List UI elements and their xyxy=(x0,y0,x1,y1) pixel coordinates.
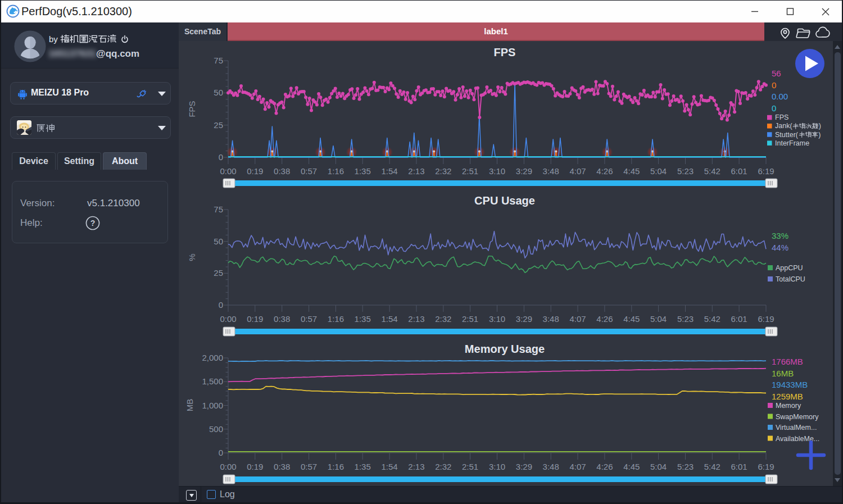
svg-text:): ) xyxy=(818,131,821,139)
svg-text:2:13: 2:13 xyxy=(408,462,424,471)
svg-text:6:19: 6:19 xyxy=(758,314,774,324)
svg-text:MB: MB xyxy=(185,399,194,412)
svg-text:1:35: 1:35 xyxy=(355,166,371,176)
svg-text:3:48: 3:48 xyxy=(543,314,559,324)
svg-text:0: 0 xyxy=(772,103,776,113)
svg-text:2:51: 2:51 xyxy=(462,166,478,176)
svg-text:5:23: 5:23 xyxy=(677,314,694,324)
svg-text:0:19: 0:19 xyxy=(247,166,263,176)
svg-text:Memory Usage: Memory Usage xyxy=(465,343,545,355)
svg-text:25: 25 xyxy=(214,120,223,130)
svg-text:5:04: 5:04 xyxy=(650,166,667,176)
svg-text:6:01: 6:01 xyxy=(731,462,747,471)
svg-text:4:07: 4:07 xyxy=(569,462,586,471)
svg-text:0:19: 0:19 xyxy=(247,462,263,471)
svg-text:2:32: 2:32 xyxy=(435,314,451,324)
svg-text:3:48: 3:48 xyxy=(543,166,559,176)
svg-text:3:10: 3:10 xyxy=(489,314,505,324)
svg-text:500: 500 xyxy=(209,424,223,434)
svg-text:4:26: 4:26 xyxy=(596,166,613,176)
svg-text:5:42: 5:42 xyxy=(704,462,720,471)
svg-text:1:54: 1:54 xyxy=(381,462,397,471)
svg-text:1766MB: 1766MB xyxy=(772,357,803,366)
svg-text:FPS: FPS xyxy=(187,101,197,117)
svg-text:CPU Usage: CPU Usage xyxy=(474,194,535,207)
svg-text:75: 75 xyxy=(214,205,223,214)
svg-text:5:42: 5:42 xyxy=(704,314,720,324)
svg-text:2:32: 2:32 xyxy=(435,462,451,471)
svg-text:50: 50 xyxy=(214,88,223,97)
svg-text:5:23: 5:23 xyxy=(677,462,694,471)
svg-text:): ) xyxy=(819,122,821,130)
svg-text:TotalCPU: TotalCPU xyxy=(776,275,805,283)
svg-text:%: % xyxy=(187,253,197,261)
svg-text:0:38: 0:38 xyxy=(274,462,290,471)
svg-text:4:26: 4:26 xyxy=(596,314,613,324)
svg-text:InterFrame: InterFrame xyxy=(775,139,809,147)
svg-text:3:48: 3:48 xyxy=(543,462,559,471)
svg-text:0:19: 0:19 xyxy=(247,314,263,324)
svg-text:1:35: 1:35 xyxy=(355,462,371,471)
svg-text:3:29: 3:29 xyxy=(516,166,532,176)
svg-text:75: 75 xyxy=(214,56,223,65)
svg-text:3:10: 3:10 xyxy=(489,462,505,471)
svg-text:3:29: 3:29 xyxy=(516,314,532,324)
svg-text:4:07: 4:07 xyxy=(569,166,586,176)
svg-text:0:00: 0:00 xyxy=(220,314,236,324)
svg-text:4:45: 4:45 xyxy=(623,462,640,471)
svg-text:44%: 44% xyxy=(772,243,788,252)
svg-text:4:45: 4:45 xyxy=(623,166,640,176)
svg-text:0:57: 0:57 xyxy=(301,314,317,324)
svg-text:0:38: 0:38 xyxy=(274,314,290,324)
svg-text:33%: 33% xyxy=(772,231,788,240)
svg-text:50: 50 xyxy=(214,237,223,246)
svg-text:2:32: 2:32 xyxy=(435,166,451,176)
svg-text:Stutter(: Stutter( xyxy=(775,131,799,139)
svg-text:5:23: 5:23 xyxy=(677,166,694,176)
svg-text:5:04: 5:04 xyxy=(650,314,667,324)
svg-text:6:01: 6:01 xyxy=(731,314,747,324)
svg-text:3:29: 3:29 xyxy=(516,462,532,471)
svg-text:FPS: FPS xyxy=(494,46,516,58)
svg-text:56: 56 xyxy=(772,69,781,78)
svg-text:2:51: 2:51 xyxy=(462,314,478,324)
svg-text:4:45: 4:45 xyxy=(623,314,640,324)
svg-text:0:00: 0:00 xyxy=(220,166,236,176)
svg-text:3:10: 3:10 xyxy=(489,166,505,176)
svg-text:2:51: 2:51 xyxy=(462,462,478,471)
svg-text:1:35: 1:35 xyxy=(355,314,371,324)
svg-text:25: 25 xyxy=(214,268,223,278)
svg-text:1,500: 1,500 xyxy=(202,376,223,386)
svg-text:6:01: 6:01 xyxy=(731,166,747,176)
svg-text:0: 0 xyxy=(219,300,223,310)
svg-text:1:54: 1:54 xyxy=(381,166,397,176)
svg-text:SwapMemory: SwapMemory xyxy=(776,413,819,421)
svg-text:?: ? xyxy=(90,219,96,228)
svg-text:by: by xyxy=(49,34,58,44)
svg-text:1,000: 1,000 xyxy=(202,401,223,410)
svg-text:FPS: FPS xyxy=(775,113,788,121)
svg-text:AppCPU: AppCPU xyxy=(776,264,803,272)
svg-text:0:38: 0:38 xyxy=(274,166,290,176)
svg-text:Memory: Memory xyxy=(776,402,801,410)
svg-text:0.00: 0.00 xyxy=(772,92,788,101)
svg-text:0:57: 0:57 xyxy=(301,462,317,471)
svg-text:16MB: 16MB xyxy=(772,369,794,378)
svg-text:AvailableMe...: AvailableMe... xyxy=(776,435,819,443)
svg-text:VirtualMem...: VirtualMem... xyxy=(776,424,817,432)
svg-text:1259MB: 1259MB xyxy=(772,392,803,401)
svg-text:2:13: 2:13 xyxy=(408,314,424,324)
svg-text:6:19: 6:19 xyxy=(758,166,774,176)
svg-text:1:16: 1:16 xyxy=(328,166,344,176)
svg-text:1:16: 1:16 xyxy=(328,462,344,471)
svg-text:2,000: 2,000 xyxy=(202,353,223,362)
svg-text:4:07: 4:07 xyxy=(569,314,586,324)
svg-text:1:54: 1:54 xyxy=(381,314,397,324)
svg-text:19433MB: 19433MB xyxy=(772,380,808,389)
svg-text:0:00: 0:00 xyxy=(220,462,236,471)
svg-text:0: 0 xyxy=(219,448,223,457)
svg-text:5:42: 5:42 xyxy=(704,166,720,176)
svg-text:0: 0 xyxy=(772,80,776,90)
svg-text:6:19: 6:19 xyxy=(758,462,774,471)
svg-text:1:16: 1:16 xyxy=(328,314,344,324)
